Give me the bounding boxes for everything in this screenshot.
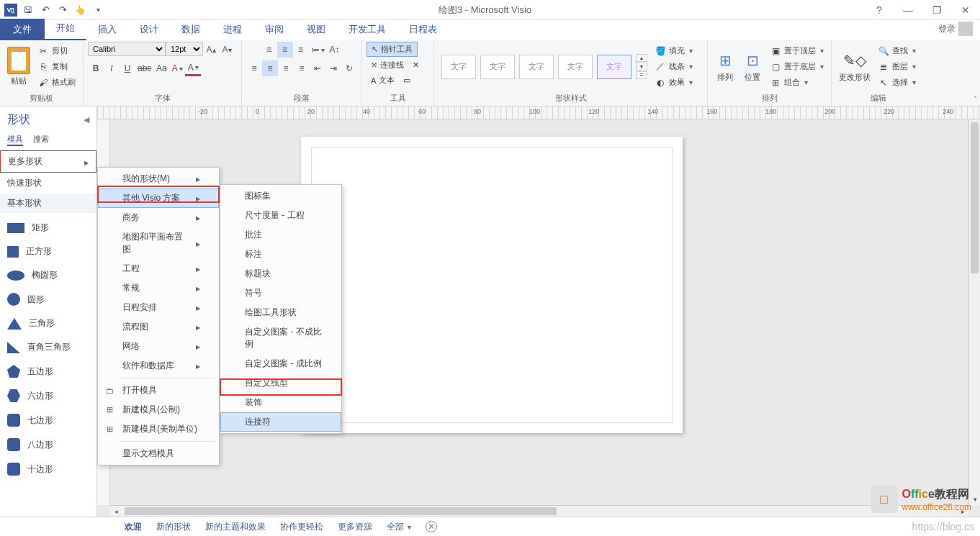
tab-data[interactable]: 数据	[170, 19, 212, 40]
shape-circle[interactable]: 圆形	[0, 287, 96, 312]
scroll-thumb[interactable]	[125, 507, 557, 515]
scroll-thumb[interactable]	[971, 122, 979, 273]
menu-custom-unscaled[interactable]: 自定义图案 - 不成比例	[220, 322, 341, 354]
tab-file[interactable]: 文件	[0, 19, 45, 40]
menu-connectors[interactable]: 连接符	[220, 412, 341, 432]
app-icon[interactable]: V▯	[3, 2, 19, 18]
line-button[interactable]: ／线条	[652, 60, 696, 74]
tab-review[interactable]: 审阅	[253, 19, 295, 40]
grow-font-button[interactable]: A▴	[203, 42, 219, 58]
change-shape-button[interactable]: ✎◇更改形状	[836, 48, 873, 85]
login-button[interactable]: 登录	[931, 17, 980, 40]
x-icon[interactable]: ✕	[413, 60, 419, 70]
font-name-select[interactable]: Calibri	[88, 42, 166, 56]
tab-insert[interactable]: 插入	[86, 19, 128, 40]
underline-button[interactable]: U	[120, 60, 135, 76]
layers-button[interactable]: ≣图层	[875, 60, 919, 74]
fill-button[interactable]: 🪣填充	[652, 44, 696, 58]
link-more[interactable]: 更多资源	[338, 521, 372, 533]
link-collab[interactable]: 协作更轻松	[280, 521, 323, 533]
shape-octagon[interactable]: 八边形	[0, 432, 96, 457]
case-button[interactable]: Aa	[153, 60, 169, 76]
shape-pentagon[interactable]: 五边形	[0, 359, 96, 383]
text-tool-button[interactable]: A文本▭	[367, 73, 415, 87]
indent-inc-button[interactable]: ⇥	[325, 60, 341, 76]
search-tab[interactable]: 搜索	[33, 134, 49, 146]
find-button[interactable]: 🔍查找	[875, 44, 919, 58]
indent-dec-button[interactable]: ⇤	[310, 60, 325, 76]
bullets-button[interactable]: ≔	[309, 42, 327, 58]
ribbon-collapse-icon[interactable]: ˄	[974, 95, 977, 103]
tab-developer[interactable]: 开发工具	[337, 19, 397, 40]
justify-button[interactable]: ≡	[294, 60, 310, 76]
menu-business[interactable]: 商务	[98, 208, 219, 227]
menu-schedule[interactable]: 日程安排	[98, 298, 219, 317]
vertical-scrollbar[interactable]: ▴ ▾	[968, 119, 980, 505]
link-all[interactable]: 全部	[387, 521, 411, 533]
tab-design[interactable]: 设计	[128, 19, 170, 40]
horizontal-scrollbar[interactable]: ◂ ▸	[110, 505, 968, 517]
basic-shapes-header[interactable]: 基本形状	[0, 194, 96, 213]
align-bottom-button[interactable]: ≡	[293, 42, 309, 58]
bold-button[interactable]: B	[88, 60, 104, 76]
paste-button[interactable]: 粘贴	[4, 45, 33, 88]
more-shapes-item[interactable]: 更多形状	[0, 150, 96, 173]
collapse-icon[interactable]: ◀	[84, 115, 89, 124]
gallery-up-icon[interactable]: ▴	[636, 54, 647, 62]
font-color-button[interactable]: A	[185, 60, 201, 76]
gallery-down-icon[interactable]: ▾	[636, 63, 647, 71]
menu-general[interactable]: 常规	[98, 278, 219, 298]
shape-rectangle[interactable]: 矩形	[0, 216, 96, 240]
style-gallery[interactable]: 文字 文字 文字 文字 文字 ▴ ▾ ≡	[439, 51, 650, 82]
menu-other-visio[interactable]: 其他 Visio 方案	[98, 188, 219, 208]
redo-icon[interactable]: ↷	[55, 2, 71, 18]
text-direction-button[interactable]: A↕	[327, 42, 343, 58]
menu-maps[interactable]: 地图和平面布置图	[98, 227, 219, 259]
link-newthemes[interactable]: 新的主题和效果	[205, 521, 266, 533]
arrange-button[interactable]: ⊞排列	[712, 48, 738, 85]
menu-custom-line[interactable]: 自定义线型	[220, 373, 341, 393]
effects-button[interactable]: ◐效果	[652, 76, 696, 90]
menu-flowchart[interactable]: 流程图	[98, 317, 219, 337]
copy-button[interactable]: ⎘复制	[35, 60, 78, 74]
align-right-button[interactable]: ≡	[278, 60, 294, 76]
bring-front-button[interactable]: ▣置于顶层	[767, 44, 827, 58]
style-swatch[interactable]: 文字	[597, 55, 631, 79]
style-swatch[interactable]: 文字	[519, 55, 554, 79]
menu-my-shapes[interactable]: 我的形状(M)	[98, 169, 219, 188]
menu-new-metric[interactable]: ⊞新建模具(公制)	[98, 400, 219, 419]
style-swatch[interactable]: 文字	[558, 55, 593, 79]
shape-tool-icon[interactable]: ▭	[403, 76, 410, 85]
shape-right-triangle[interactable]: 直角三角形	[0, 335, 96, 359]
style-swatch[interactable]: 文字	[480, 55, 515, 79]
menu-symbols[interactable]: 符号	[220, 283, 341, 303]
pointer-tool-button[interactable]: ↖指针工具	[367, 42, 418, 57]
menu-new-us[interactable]: ⊞新建模具(美制单位)	[98, 419, 219, 439]
group-button[interactable]: ⊞组合	[767, 76, 827, 90]
cut-button[interactable]: ✂剪切	[35, 44, 78, 58]
shape-square[interactable]: 正方形	[0, 240, 96, 263]
save-icon[interactable]: 🖫	[20, 2, 36, 18]
shape-hexagon[interactable]: 六边形	[0, 383, 96, 408]
menu-open-stencil[interactable]: 🗀打开模具	[98, 381, 219, 400]
tab-home[interactable]: 开始	[45, 17, 86, 40]
scroll-left-icon[interactable]: ◂	[110, 506, 122, 517]
position-button[interactable]: ⊡位置	[740, 48, 765, 85]
menu-show-doc-stencil[interactable]: 显示文档模具	[98, 444, 219, 463]
menu-software[interactable]: 软件和数据库	[98, 356, 219, 376]
qat-customize-icon[interactable]	[89, 2, 105, 18]
tab-schedule[interactable]: 日程表	[397, 19, 449, 40]
rotate-text-button[interactable]: ↻	[341, 60, 357, 76]
drawing-page[interactable]	[301, 137, 683, 433]
link-newshapes[interactable]: 新的形状	[156, 521, 191, 533]
menu-decorative[interactable]: 装饰	[220, 393, 341, 412]
menu-dimensions[interactable]: 尺寸度量 - 工程	[220, 206, 341, 225]
menu-network[interactable]: 网络	[98, 337, 219, 356]
menu-annotations[interactable]: 批注	[220, 225, 341, 245]
menu-drawingtools[interactable]: 绘图工具形状	[220, 303, 341, 322]
shrink-font-button[interactable]: A▾	[219, 42, 235, 58]
tab-view[interactable]: 视图	[295, 19, 337, 40]
font-size-select[interactable]: 12pt	[166, 42, 203, 56]
stencil-tab[interactable]: 模具	[7, 134, 23, 146]
align-middle-button[interactable]: ≡	[277, 42, 293, 58]
